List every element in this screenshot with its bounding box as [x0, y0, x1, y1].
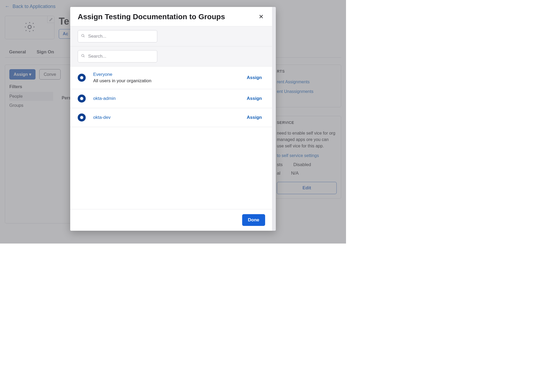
svg-point-1 — [82, 34, 84, 37]
search-input-2[interactable] — [78, 50, 157, 62]
group-row: okta-dev Assign — [70, 108, 272, 127]
group-icon — [78, 74, 86, 82]
done-button[interactable]: Done — [242, 214, 265, 226]
svg-line-4 — [84, 56, 84, 57]
group-list: Everyone All users in your organization … — [70, 66, 272, 209]
assign-group-button[interactable]: Assign — [247, 96, 262, 101]
group-icon — [78, 95, 86, 103]
group-name-link[interactable]: Everyone — [93, 72, 247, 77]
modal-overlay: Assign Testing Documentation to Groups ✕ — [0, 0, 346, 244]
svg-line-2 — [84, 36, 84, 37]
group-description: All users in your organization — [93, 78, 247, 84]
search-icon — [81, 34, 85, 39]
group-name-link[interactable]: okta-admin — [93, 96, 247, 101]
group-icon — [78, 113, 86, 121]
svg-point-3 — [82, 54, 84, 57]
assign-groups-modal: Assign Testing Documentation to Groups ✕ — [70, 7, 276, 231]
group-row: okta-admin Assign — [70, 89, 272, 108]
close-icon[interactable]: ✕ — [258, 12, 265, 21]
modal-title: Assign Testing Documentation to Groups — [78, 13, 225, 21]
group-row: Everyone All users in your organization … — [70, 66, 272, 89]
group-name-link[interactable]: okta-dev — [93, 115, 247, 120]
assign-group-button[interactable]: Assign — [247, 75, 262, 80]
assign-group-button[interactable]: Assign — [247, 115, 262, 120]
search-icon — [81, 54, 85, 59]
search-input-1[interactable] — [78, 30, 157, 42]
